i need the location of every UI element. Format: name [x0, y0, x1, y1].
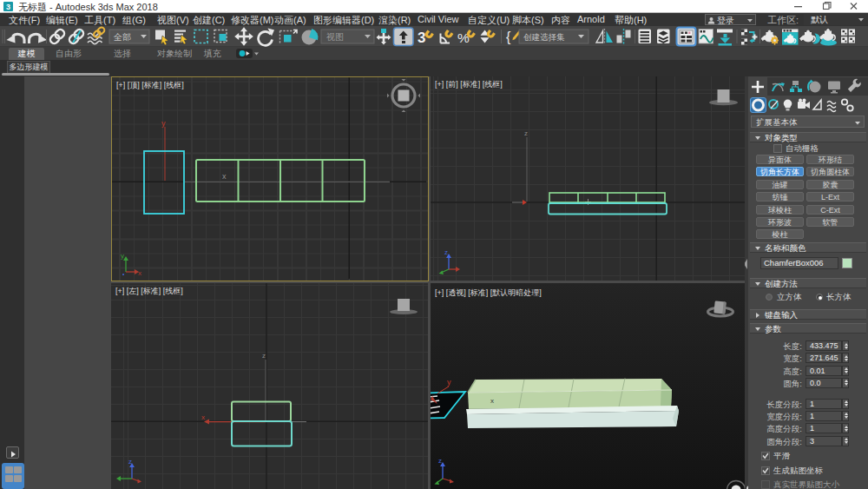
svg-text:x: x	[201, 413, 205, 421]
svg-text:z: z	[524, 129, 528, 137]
svg-text:全部: 全部	[113, 32, 131, 42]
svg-text:z: z	[444, 248, 448, 256]
svg-text:{: {	[506, 30, 511, 44]
svg-text:y: y	[161, 119, 166, 128]
svg-text:视图: 视图	[326, 32, 344, 42]
svg-text:z: z	[262, 352, 266, 360]
svg-text:x: x	[490, 397, 494, 405]
svg-text:z: z	[128, 458, 132, 466]
svg-text:y: y	[121, 252, 124, 260]
svg-text:创建选择集: 创建选择集	[523, 32, 565, 42]
svg-text:3: 3	[6, 3, 10, 11]
svg-text:y: y	[447, 378, 451, 387]
svg-text:3: 3	[418, 30, 425, 46]
svg-text:x: x	[222, 172, 227, 181]
svg-text:z: z	[438, 457, 442, 465]
svg-text:x: x	[138, 269, 141, 277]
